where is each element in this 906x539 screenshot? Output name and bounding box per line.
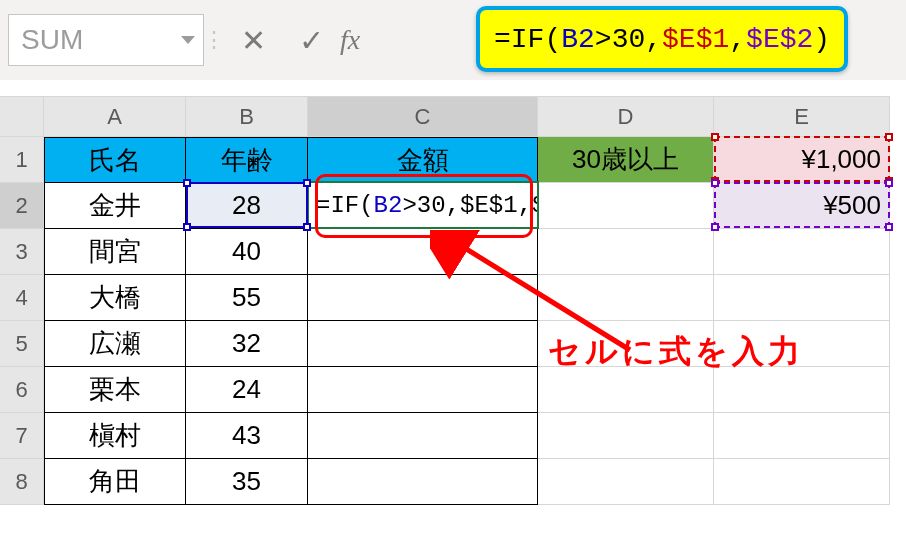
cell-e1[interactable]: ¥1,000	[714, 137, 890, 183]
col-header-c[interactable]: C	[308, 97, 538, 137]
cell-d3[interactable]	[538, 229, 714, 275]
fx-label[interactable]: fx	[340, 24, 370, 56]
cell-d1[interactable]: 30歳以上	[538, 137, 714, 183]
cell-e7[interactable]	[714, 413, 890, 459]
col-header-b[interactable]: B	[186, 97, 308, 137]
cell-c7[interactable]	[308, 413, 538, 459]
row-2: 2 金井 28 =IF(B2>30,$E$1,$E$2) ¥500	[0, 183, 890, 229]
col-header-a[interactable]: A	[44, 97, 186, 137]
col-header-e[interactable]: E	[714, 97, 890, 137]
row-7: 7 槇村 43	[0, 413, 890, 459]
cell-b5[interactable]: 32	[186, 321, 308, 367]
column-header-row: A B C D E	[0, 97, 890, 137]
cell-c6[interactable]	[308, 367, 538, 413]
cell-b4[interactable]: 55	[186, 275, 308, 321]
chevron-down-icon[interactable]	[181, 36, 195, 44]
cell-b1[interactable]: 年齢	[186, 137, 308, 183]
check-icon: ✓	[299, 23, 324, 58]
cancel-button[interactable]: ✕	[224, 14, 282, 66]
cell-e8[interactable]	[714, 459, 890, 505]
cell-c2[interactable]: =IF(B2>30,$E$1,$E$2)	[308, 183, 538, 229]
cell-d4[interactable]	[538, 275, 714, 321]
cell-c5[interactable]	[308, 321, 538, 367]
cell-c4[interactable]	[308, 275, 538, 321]
row-header-6[interactable]: 6	[0, 367, 44, 413]
cell-b8[interactable]: 35	[186, 459, 308, 505]
annotation-text: セルに式を入力	[548, 330, 804, 374]
cell-c3[interactable]	[308, 229, 538, 275]
cell-e4[interactable]	[714, 275, 890, 321]
cell-d2[interactable]	[538, 183, 714, 229]
x-icon: ✕	[241, 23, 266, 58]
cell-d7[interactable]	[538, 413, 714, 459]
cell-b3[interactable]: 40	[186, 229, 308, 275]
row-header-3[interactable]: 3	[0, 229, 44, 275]
select-all-corner[interactable]	[0, 97, 44, 137]
formula-bar-input[interactable]: =IF(B2>30,$E$1,$E$2)	[476, 6, 848, 72]
row-1: 1 氏名 年齢 金額 30歳以上 ¥1,000	[0, 137, 890, 183]
cell-a5[interactable]: 広瀬	[44, 321, 186, 367]
row-header-1[interactable]: 1	[0, 137, 44, 183]
row-header-4[interactable]: 4	[0, 275, 44, 321]
cell-b2[interactable]: 28	[186, 183, 308, 229]
cell-e2[interactable]: ¥500	[714, 183, 890, 229]
cell-a1[interactable]: 氏名	[44, 137, 186, 183]
row-3: 3 間宮 40	[0, 229, 890, 275]
cell-a6[interactable]: 栗本	[44, 367, 186, 413]
cell-a3[interactable]: 間宮	[44, 229, 186, 275]
name-box[interactable]: SUM	[8, 14, 204, 66]
enter-button[interactable]: ✓	[282, 14, 340, 66]
row-4: 4 大橋 55	[0, 275, 890, 321]
cell-b6[interactable]: 24	[186, 367, 308, 413]
cell-c1[interactable]: 金額	[308, 137, 538, 183]
row-header-2[interactable]: 2	[0, 183, 44, 229]
name-box-value: SUM	[21, 24, 83, 56]
row-header-8[interactable]: 8	[0, 459, 44, 505]
cell-a8[interactable]: 角田	[44, 459, 186, 505]
spreadsheet-grid[interactable]: A B C D E 1 氏名 年齢 金額 30歳以上 ¥1,000 2 金井 2…	[0, 96, 890, 505]
row-header-5[interactable]: 5	[0, 321, 44, 367]
cell-b7[interactable]: 43	[186, 413, 308, 459]
cell-e3[interactable]	[714, 229, 890, 275]
col-header-d[interactable]: D	[538, 97, 714, 137]
cell-a7[interactable]: 槇村	[44, 413, 186, 459]
cell-d8[interactable]	[538, 459, 714, 505]
cell-a2[interactable]: 金井	[44, 183, 186, 229]
separator-icon: ⋮	[204, 14, 224, 66]
row-8: 8 角田 35	[0, 459, 890, 505]
row-header-7[interactable]: 7	[0, 413, 44, 459]
cell-c8[interactable]	[308, 459, 538, 505]
cell-a4[interactable]: 大橋	[44, 275, 186, 321]
